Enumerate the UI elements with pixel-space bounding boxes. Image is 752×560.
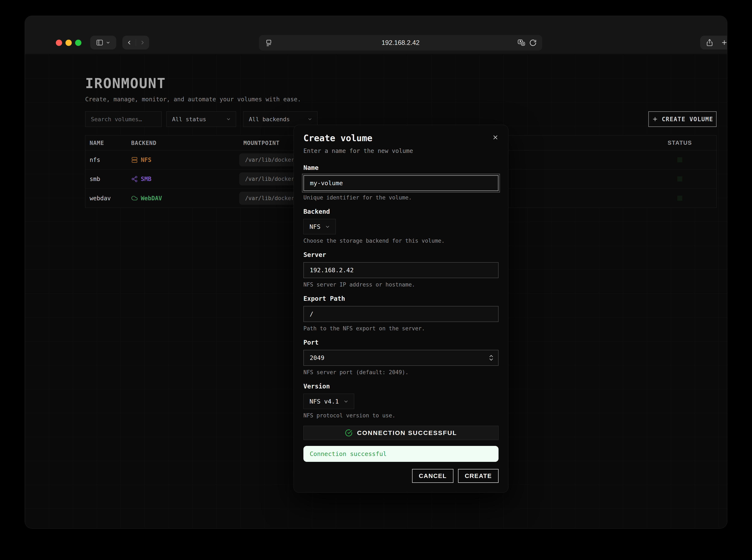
chevron-down-icon <box>307 116 313 122</box>
address-bar[interactable]: 192.168.2.42 <box>259 35 542 51</box>
backend-label: Backend <box>303 208 498 215</box>
version-label: Version <box>303 383 498 390</box>
create-volume-modal: Create volume Enter a name for the new v… <box>294 125 509 493</box>
translate-icon[interactable] <box>517 39 526 47</box>
backend-filter-select[interactable]: All backends <box>243 112 317 127</box>
chevron-down-icon <box>105 40 111 45</box>
volume-name: nfs <box>90 157 100 163</box>
port-field-group: Port NFS server port (default: 2049). <box>303 339 498 376</box>
modal-footer: CANCEL CREATE <box>303 469 498 483</box>
test-connection-button[interactable]: CONNECTION SUCCESSFUL <box>303 426 498 440</box>
backend-badge: NFS <box>131 157 152 163</box>
port-help: NFS server port (default: 2049). <box>303 369 498 376</box>
status-filter-value: All status <box>172 116 206 122</box>
share-nodes-icon <box>131 176 138 182</box>
version-field-group: Version NFS v4.1 NFS protocol version to… <box>303 383 498 419</box>
backend-badge: SMB <box>131 176 152 182</box>
search-input[interactable] <box>85 116 161 122</box>
backend-field-group: Backend NFS Choose the storage backend f… <box>303 208 498 244</box>
cancel-button[interactable]: CANCEL <box>412 469 453 483</box>
browser-toolbar: 192.168.2.42 <box>25 16 727 54</box>
search-volumes-field <box>85 112 162 127</box>
version-select[interactable]: NFS v4.1 <box>303 394 354 409</box>
volume-name-input[interactable] <box>303 175 498 191</box>
column-header-status: STATUS <box>665 140 694 146</box>
column-header-mountpoint: MOUNTPOINT <box>243 140 280 146</box>
port-label: Port <box>303 339 498 346</box>
connection-success-alert: Connection successful <box>303 446 498 462</box>
close-window-button[interactable] <box>56 40 62 46</box>
browser-window: 192.168.2.42 IRONMOUNT C <box>25 16 727 528</box>
name-field-group: Name Unique identifier for the volume. <box>303 164 498 201</box>
export-path-help: Path to the NFS export on the server. <box>303 325 498 332</box>
backend-label: WebDAV <box>141 195 162 202</box>
export-path-field-group: Export Path Path to the NFS export on th… <box>303 295 498 332</box>
back-button[interactable] <box>123 36 136 49</box>
url-text[interactable]: 192.168.2.42 <box>259 39 542 46</box>
status-filter-select[interactable]: All status <box>166 112 236 127</box>
volume-name: smb <box>90 176 100 182</box>
backend-help: Choose the storage backend for this volu… <box>303 238 498 244</box>
new-tab-icon[interactable] <box>720 39 727 46</box>
server-input[interactable] <box>303 262 498 278</box>
zoom-window-button[interactable] <box>75 40 81 46</box>
backend-badge: WebDAV <box>131 195 162 202</box>
modal-subtitle: Enter a name for the new volume <box>303 147 498 154</box>
create-button[interactable]: CREATE <box>458 469 498 483</box>
test-connection-label: CONNECTION SUCCESSFUL <box>357 429 457 437</box>
name-label: Name <box>303 164 498 171</box>
toolbar-right-buttons <box>700 36 727 49</box>
traffic-lights <box>56 40 81 46</box>
close-icon[interactable] <box>492 134 499 141</box>
nav-buttons <box>122 36 149 49</box>
port-input[interactable] <box>303 350 498 366</box>
plus-icon <box>652 116 658 122</box>
forward-button[interactable] <box>136 36 149 49</box>
version-help: NFS protocol version to use. <box>303 412 498 419</box>
server-field-group: Server NFS server IP address or hostname… <box>303 251 498 288</box>
backend-select[interactable]: NFS <box>303 219 336 234</box>
connection-success-text: Connection successful <box>310 450 387 457</box>
version-select-value: NFS v4.1 <box>310 398 339 405</box>
reload-icon[interactable] <box>529 39 537 46</box>
backend-label: NFS <box>141 157 152 163</box>
chevron-down-icon <box>324 224 331 230</box>
name-help: Unique identifier for the volume. <box>303 195 498 201</box>
volume-controls: All status All backends CREATE VOLUME <box>25 112 727 127</box>
backend-filter-value: All backends <box>249 116 290 122</box>
minimize-window-button[interactable] <box>65 40 72 46</box>
sidebar-toggle-button[interactable] <box>90 36 116 49</box>
number-stepper[interactable] <box>489 355 494 361</box>
address-bar-actions <box>517 39 537 47</box>
backend-label: SMB <box>141 176 152 182</box>
share-icon[interactable] <box>706 39 713 46</box>
sidebar-icon <box>96 39 103 46</box>
ironmount-page: IRONMOUNT Create, manage, monitor, and a… <box>25 54 727 528</box>
create-volume-button[interactable]: CREATE VOLUME <box>648 112 716 127</box>
server-label: Server <box>303 251 498 258</box>
modal-title: Create volume <box>303 133 498 143</box>
chevron-down-icon <box>226 116 231 122</box>
chevron-down-icon <box>343 399 349 404</box>
page-subtitle: Create, manage, monitor, and automate yo… <box>85 96 301 103</box>
volume-name: webdav <box>90 195 111 202</box>
column-header-name: NAME <box>90 140 104 146</box>
check-circle-icon <box>345 429 353 437</box>
server-icon <box>131 157 138 163</box>
export-path-input[interactable] <box>303 306 498 322</box>
page-title: IRONMOUNT <box>85 75 166 92</box>
column-header-backend: BACKEND <box>131 140 157 146</box>
backend-select-value: NFS <box>310 223 320 230</box>
cloud-icon <box>131 195 138 202</box>
create-volume-label: CREATE VOLUME <box>662 116 713 123</box>
server-help: NFS server IP address or hostname. <box>303 281 498 288</box>
export-path-label: Export Path <box>303 295 498 302</box>
